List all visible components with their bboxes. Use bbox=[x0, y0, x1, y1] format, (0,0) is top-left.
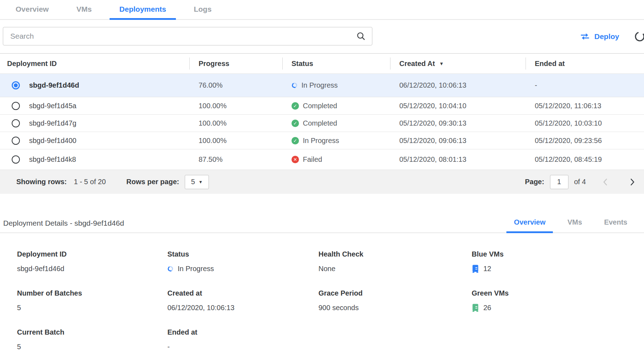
refresh-button[interactable] bbox=[634, 31, 644, 42]
progress-value: 100.00% bbox=[199, 102, 227, 110]
deployment-id-cell: sbgd-9ef1d45a bbox=[0, 97, 189, 114]
in-progress-spinner-icon bbox=[167, 265, 174, 272]
deployment-id: sbgd-9ef1d47g bbox=[29, 119, 76, 127]
deployment-id-cell: sbgd-9ef1d47g bbox=[0, 115, 189, 132]
radio-button[interactable] bbox=[12, 155, 20, 164]
deployment-id: sbgd-9ef1d45a bbox=[29, 102, 76, 110]
field-value: 12 bbox=[483, 265, 491, 273]
top-tab-bar: Overview VMs Deployments Logs bbox=[0, 0, 644, 20]
status-cell: In Progress bbox=[282, 74, 390, 97]
detail-field-deployment-id: Deployment ID sbgd-9ef1d46d bbox=[17, 250, 167, 274]
next-page-button[interactable] bbox=[630, 178, 635, 186]
status-label: Completed bbox=[303, 119, 337, 127]
page-input-box bbox=[550, 175, 568, 189]
field-label: Number of Batches bbox=[17, 289, 167, 297]
ended-at-cell: 05/12/2020, 11:06:13 bbox=[526, 97, 644, 114]
ended-at-value: 05/12/2020, 10:03:10 bbox=[535, 119, 602, 127]
sort-desc-icon: ▼ bbox=[439, 61, 444, 66]
tab-overview[interactable]: Overview bbox=[6, 0, 59, 20]
ended-at-cell: - bbox=[526, 74, 644, 97]
field-value: 5 bbox=[17, 304, 21, 312]
prev-page-button[interactable] bbox=[603, 178, 608, 186]
search-icon bbox=[356, 32, 366, 41]
rows-per-page-value: 5 bbox=[191, 178, 195, 186]
detail-field-created-at: Created at 06/12/2020, 10:06:13 bbox=[167, 289, 318, 313]
created-at-value: 05/12/2020, 10:04:10 bbox=[399, 102, 466, 110]
radio-button[interactable] bbox=[12, 102, 20, 110]
created-at-cell: 05/12/2020, 10:04:10 bbox=[390, 97, 526, 114]
field-value: 900 seconds bbox=[318, 304, 359, 312]
column-header-status[interactable]: Status bbox=[282, 54, 390, 73]
deployments-page: Overview VMs Deployments Logs bbox=[0, 0, 644, 352]
progress-cell: 87.50% bbox=[189, 149, 282, 170]
status-label: In Progress bbox=[303, 137, 339, 145]
status-cell: ✓ In Progress bbox=[282, 132, 390, 149]
table-footer: Showing rows: 1 - 5 of 20 Rows per page:… bbox=[0, 170, 644, 194]
detail-field-number-of-batches: Number of Batches 5 bbox=[17, 289, 167, 313]
column-label: Created At bbox=[399, 60, 435, 68]
details-tab-overview[interactable]: Overview bbox=[506, 218, 553, 233]
status-cell: ✓ Completed bbox=[282, 97, 390, 114]
rows-per-page-select[interactable]: 5 ▼ bbox=[185, 175, 209, 189]
table-row[interactable]: sbgd-9ef1d46d 76.00% In Progress 06/12/2… bbox=[0, 73, 644, 97]
table-row[interactable]: sbgd-9ef1d45a 100.00% ✓ Completed 05/12/… bbox=[0, 97, 644, 114]
tab-label: Overview bbox=[514, 218, 545, 226]
field-label: Deployment ID bbox=[17, 250, 167, 258]
status-label: Completed bbox=[303, 102, 337, 110]
table-header: Deployment ID Progress Status Created At… bbox=[0, 54, 644, 73]
failed-cross-icon: ✕ bbox=[292, 156, 299, 163]
ended-at-value: - bbox=[535, 81, 537, 89]
details-title: Deployment Details - sbgd-9ef1d46d bbox=[0, 219, 124, 232]
completed-check-icon: ✓ bbox=[292, 137, 299, 144]
dropdown-caret-icon: ▼ bbox=[199, 180, 203, 185]
status-label: In Progress bbox=[301, 81, 338, 89]
in-progress-spinner-icon bbox=[291, 82, 298, 89]
radio-button[interactable] bbox=[12, 119, 20, 127]
field-label: Blue VMs bbox=[472, 250, 644, 258]
tab-vms[interactable]: VMs bbox=[66, 0, 101, 20]
deployment-id-cell: sbgd-9ef1d400 bbox=[0, 132, 189, 149]
radio-button[interactable] bbox=[12, 137, 20, 145]
created-at-value: 05/12/2020, 09:30:13 bbox=[399, 119, 466, 127]
deployment-id: sbgd-9ef1d400 bbox=[29, 137, 76, 145]
created-at-value: 05/12/2020, 09:06:13 bbox=[399, 137, 466, 145]
search-input[interactable] bbox=[10, 32, 356, 41]
tab-logs[interactable]: Logs bbox=[184, 0, 221, 20]
deploy-button[interactable]: Deploy bbox=[578, 31, 621, 43]
table-row[interactable]: sbgd-9ef1d4k8 87.50% ✕ Failed 05/12/2020… bbox=[0, 149, 644, 170]
deployments-table: Deployment ID Progress Status Created At… bbox=[0, 53, 644, 194]
page-input[interactable] bbox=[550, 177, 568, 186]
deployment-id-cell: sbgd-9ef1d4k8 bbox=[0, 149, 189, 170]
column-header-progress[interactable]: Progress bbox=[189, 54, 282, 73]
field-value: None bbox=[318, 265, 335, 273]
tab-label: Deployments bbox=[120, 5, 166, 13]
tab-deployments[interactable]: Deployments bbox=[110, 0, 176, 20]
progress-cell: 76.00% bbox=[189, 74, 282, 97]
column-header-ended-at[interactable]: Ended at bbox=[526, 54, 644, 73]
column-header-created-at[interactable]: Created At ▼ bbox=[390, 54, 526, 73]
progress-cell: 100.00% bbox=[189, 132, 282, 149]
deployment-id: sbgd-9ef1d4k8 bbox=[29, 155, 76, 164]
refresh-icon bbox=[634, 31, 644, 42]
field-label: Created at bbox=[167, 289, 318, 297]
column-label: Ended at bbox=[535, 60, 565, 68]
detail-field-ended-at: Ended at - bbox=[167, 328, 318, 352]
field-label: Health Check bbox=[318, 250, 472, 258]
progress-value: 76.00% bbox=[199, 81, 223, 89]
field-label: Status bbox=[167, 250, 318, 258]
detail-field-blue-vms: Blue VMs 12 bbox=[472, 250, 644, 274]
radio-button[interactable] bbox=[12, 81, 20, 89]
table-row[interactable]: sbgd-9ef1d47g 100.00% ✓ Completed 05/12/… bbox=[0, 114, 644, 132]
details-tab-events[interactable]: Events bbox=[596, 218, 635, 233]
search-box bbox=[3, 27, 372, 45]
ended-at-value: 05/12/2020, 11:06:13 bbox=[535, 102, 601, 110]
column-label: Status bbox=[292, 60, 313, 68]
status-cell: ✓ Completed bbox=[282, 115, 390, 132]
table-row[interactable]: sbgd-9ef1d400 100.00% ✓ In Progress 05/1… bbox=[0, 132, 644, 149]
detail-field-health-check: Health Check None bbox=[318, 250, 472, 274]
details-header: Deployment Details - sbgd-9ef1d46d Overv… bbox=[0, 215, 644, 233]
showing-rows-value: 1 - 5 of 20 bbox=[74, 178, 106, 186]
column-header-deployment-id[interactable]: Deployment ID bbox=[0, 54, 189, 73]
details-tab-vms[interactable]: VMs bbox=[560, 218, 589, 233]
completed-check-icon: ✓ bbox=[292, 102, 299, 110]
